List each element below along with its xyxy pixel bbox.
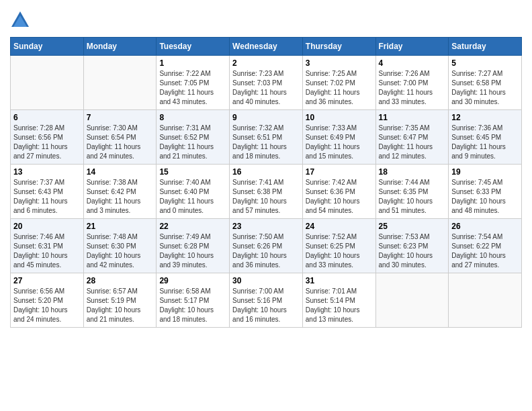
calendar-cell: 28Sunrise: 6:57 AMSunset: 5:19 PMDayligh… xyxy=(83,273,157,328)
day-number: 7 xyxy=(87,113,154,122)
day-number: 30 xyxy=(232,276,300,285)
day-number: 13 xyxy=(13,167,81,177)
day-info: Sunrise: 7:35 AMSunset: 6:47 PMDaylight:… xyxy=(379,124,446,161)
day-info: Sunrise: 6:56 AMSunset: 5:20 PMDaylight:… xyxy=(13,287,81,324)
calendar-cell: 21Sunrise: 7:48 AMSunset: 6:30 PMDayligh… xyxy=(83,219,157,273)
calendar-cell: 6Sunrise: 7:28 AMSunset: 6:56 PMDaylight… xyxy=(11,110,84,165)
calendar-week-row: 27Sunrise: 6:56 AMSunset: 5:20 PMDayligh… xyxy=(11,273,522,328)
page-header xyxy=(10,10,522,30)
weekday-header-monday: Monday xyxy=(83,38,157,56)
calendar-cell: 3Sunrise: 7:25 AMSunset: 7:02 PMDaylight… xyxy=(302,56,375,110)
calendar-week-row: 13Sunrise: 7:37 AMSunset: 6:43 PMDayligh… xyxy=(11,165,522,219)
calendar-cell: 15Sunrise: 7:40 AMSunset: 6:40 PMDayligh… xyxy=(157,165,230,219)
day-info: Sunrise: 7:25 AMSunset: 7:02 PMDaylight:… xyxy=(306,69,373,107)
day-number: 26 xyxy=(451,222,519,231)
day-number: 5 xyxy=(451,58,519,68)
day-number: 14 xyxy=(87,167,154,177)
day-info: Sunrise: 7:38 AMSunset: 6:42 PMDaylight:… xyxy=(87,178,154,216)
day-info: Sunrise: 7:28 AMSunset: 6:56 PMDaylight:… xyxy=(13,124,81,161)
day-info: Sunrise: 7:41 AMSunset: 6:38 PMDaylight:… xyxy=(232,178,300,216)
day-number: 20 xyxy=(13,222,81,231)
day-info: Sunrise: 7:53 AMSunset: 6:23 PMDaylight:… xyxy=(379,232,446,270)
day-number: 28 xyxy=(87,276,154,285)
calendar-cell: 18Sunrise: 7:44 AMSunset: 6:35 PMDayligh… xyxy=(375,165,449,219)
logo-icon xyxy=(10,10,30,30)
day-info: Sunrise: 7:00 AMSunset: 5:16 PMDaylight:… xyxy=(232,287,300,324)
day-number: 24 xyxy=(306,222,373,231)
weekday-header-tuesday: Tuesday xyxy=(157,38,230,56)
calendar: SundayMondayTuesdayWednesdayThursdayFrid… xyxy=(10,37,522,328)
calendar-cell: 1Sunrise: 7:22 AMSunset: 7:05 PMDaylight… xyxy=(157,56,230,110)
calendar-cell: 9Sunrise: 7:32 AMSunset: 6:51 PMDaylight… xyxy=(230,110,303,165)
day-number: 27 xyxy=(13,276,81,285)
day-number: 29 xyxy=(159,276,226,285)
calendar-cell: 4Sunrise: 7:26 AMSunset: 7:00 PMDaylight… xyxy=(375,56,449,110)
calendar-cell xyxy=(449,273,522,328)
calendar-cell: 10Sunrise: 7:33 AMSunset: 6:49 PMDayligh… xyxy=(302,110,375,165)
calendar-cell: 29Sunrise: 6:58 AMSunset: 5:17 PMDayligh… xyxy=(157,273,230,328)
day-number: 22 xyxy=(159,222,226,231)
day-number: 16 xyxy=(232,167,300,177)
weekday-header-wednesday: Wednesday xyxy=(230,38,303,56)
day-number: 8 xyxy=(159,113,226,122)
weekday-header-saturday: Saturday xyxy=(449,38,522,56)
calendar-cell: 11Sunrise: 7:35 AMSunset: 6:47 PMDayligh… xyxy=(375,110,449,165)
day-info: Sunrise: 6:58 AMSunset: 5:17 PMDaylight:… xyxy=(159,287,226,324)
day-number: 23 xyxy=(232,222,300,231)
weekday-header-sunday: Sunday xyxy=(11,38,84,56)
day-number: 6 xyxy=(13,113,81,122)
day-number: 4 xyxy=(379,58,446,68)
day-number: 1 xyxy=(159,58,226,68)
day-number: 9 xyxy=(232,113,300,122)
calendar-cell: 23Sunrise: 7:50 AMSunset: 6:26 PMDayligh… xyxy=(230,219,303,273)
day-info: Sunrise: 7:45 AMSunset: 6:33 PMDaylight:… xyxy=(451,178,519,216)
calendar-cell: 2Sunrise: 7:23 AMSunset: 7:03 PMDaylight… xyxy=(230,56,303,110)
day-number: 2 xyxy=(232,58,300,68)
calendar-cell xyxy=(11,56,84,110)
calendar-week-row: 1Sunrise: 7:22 AMSunset: 7:05 PMDaylight… xyxy=(11,56,522,110)
calendar-cell: 22Sunrise: 7:49 AMSunset: 6:28 PMDayligh… xyxy=(157,219,230,273)
day-info: Sunrise: 7:54 AMSunset: 6:22 PMDaylight:… xyxy=(451,232,519,270)
calendar-cell: 17Sunrise: 7:42 AMSunset: 6:36 PMDayligh… xyxy=(302,165,375,219)
weekday-header-row: SundayMondayTuesdayWednesdayThursdayFrid… xyxy=(11,38,522,56)
day-info: Sunrise: 7:32 AMSunset: 6:51 PMDaylight:… xyxy=(232,124,300,161)
day-number: 18 xyxy=(379,167,446,177)
day-info: Sunrise: 7:27 AMSunset: 6:58 PMDaylight:… xyxy=(451,69,519,107)
calendar-cell: 13Sunrise: 7:37 AMSunset: 6:43 PMDayligh… xyxy=(11,165,84,219)
day-number: 11 xyxy=(379,113,446,122)
logo xyxy=(10,10,33,30)
day-number: 25 xyxy=(379,222,446,231)
calendar-cell: 12Sunrise: 7:36 AMSunset: 6:45 PMDayligh… xyxy=(449,110,522,165)
day-number: 10 xyxy=(306,113,373,122)
calendar-cell: 24Sunrise: 7:52 AMSunset: 6:25 PMDayligh… xyxy=(302,219,375,273)
day-info: Sunrise: 7:40 AMSunset: 6:40 PMDaylight:… xyxy=(159,178,226,216)
day-info: Sunrise: 7:23 AMSunset: 7:03 PMDaylight:… xyxy=(232,69,300,107)
calendar-cell: 16Sunrise: 7:41 AMSunset: 6:38 PMDayligh… xyxy=(230,165,303,219)
day-info: Sunrise: 7:44 AMSunset: 6:35 PMDaylight:… xyxy=(379,178,446,216)
weekday-header-friday: Friday xyxy=(375,38,449,56)
day-number: 21 xyxy=(87,222,154,231)
calendar-cell: 30Sunrise: 7:00 AMSunset: 5:16 PMDayligh… xyxy=(230,273,303,328)
day-info: Sunrise: 7:48 AMSunset: 6:30 PMDaylight:… xyxy=(87,232,154,270)
day-info: Sunrise: 7:50 AMSunset: 6:26 PMDaylight:… xyxy=(232,232,300,270)
calendar-week-row: 6Sunrise: 7:28 AMSunset: 6:56 PMDaylight… xyxy=(11,110,522,165)
day-number: 19 xyxy=(451,167,519,177)
day-info: Sunrise: 6:57 AMSunset: 5:19 PMDaylight:… xyxy=(87,287,154,324)
calendar-cell: 5Sunrise: 7:27 AMSunset: 6:58 PMDaylight… xyxy=(449,56,522,110)
calendar-cell: 19Sunrise: 7:45 AMSunset: 6:33 PMDayligh… xyxy=(449,165,522,219)
calendar-cell: 20Sunrise: 7:46 AMSunset: 6:31 PMDayligh… xyxy=(11,219,84,273)
day-info: Sunrise: 7:01 AMSunset: 5:14 PMDaylight:… xyxy=(306,287,373,324)
day-info: Sunrise: 7:22 AMSunset: 7:05 PMDaylight:… xyxy=(159,69,226,107)
calendar-week-row: 20Sunrise: 7:46 AMSunset: 6:31 PMDayligh… xyxy=(11,219,522,273)
day-info: Sunrise: 7:37 AMSunset: 6:43 PMDaylight:… xyxy=(13,178,81,216)
day-info: Sunrise: 7:30 AMSunset: 6:54 PMDaylight:… xyxy=(87,124,154,161)
calendar-cell: 26Sunrise: 7:54 AMSunset: 6:22 PMDayligh… xyxy=(449,219,522,273)
day-info: Sunrise: 7:52 AMSunset: 6:25 PMDaylight:… xyxy=(306,232,373,270)
day-info: Sunrise: 7:33 AMSunset: 6:49 PMDaylight:… xyxy=(306,124,373,161)
calendar-cell: 31Sunrise: 7:01 AMSunset: 5:14 PMDayligh… xyxy=(302,273,375,328)
calendar-cell: 8Sunrise: 7:31 AMSunset: 6:52 PMDaylight… xyxy=(157,110,230,165)
weekday-header-thursday: Thursday xyxy=(302,38,375,56)
day-number: 15 xyxy=(159,167,226,177)
calendar-cell xyxy=(375,273,449,328)
calendar-cell: 7Sunrise: 7:30 AMSunset: 6:54 PMDaylight… xyxy=(83,110,157,165)
